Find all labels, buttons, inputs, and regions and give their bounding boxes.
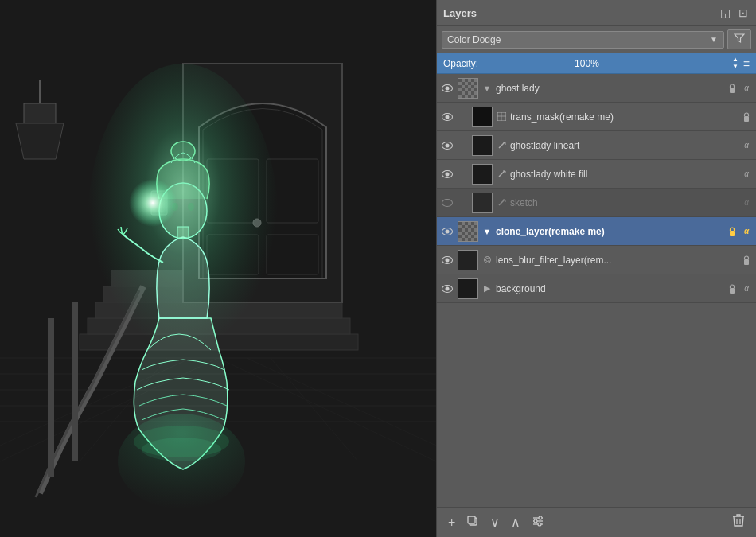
- svg-point-39: [142, 438, 221, 461]
- layer-lock-icon: [741, 255, 752, 266]
- group-expand-icon[interactable]: ▼: [481, 84, 493, 93]
- layer-type-icon: [496, 198, 507, 207]
- svg-marker-26: [16, 123, 64, 159]
- layer-thumbnail: [458, 250, 478, 270]
- layer-name: ghostlady white fill: [510, 169, 738, 180]
- layer-lock-icon: [727, 226, 738, 237]
- layer-properties-button[interactable]: [527, 512, 549, 534]
- layer-thumbnail: [472, 193, 493, 213]
- layer-visibility-toggle[interactable]: [440, 167, 454, 181]
- move-layer-down-button[interactable]: ∨: [485, 512, 505, 533]
- layer-lock-icon: [727, 283, 738, 294]
- layer-thumbnail: [472, 107, 493, 127]
- layer-alpha-icon: α: [740, 283, 753, 294]
- opacity-spinners: ▲ ▼: [732, 56, 738, 70]
- svg-point-53: [539, 516, 542, 519]
- layer-name: background: [496, 283, 724, 294]
- svg-rect-41: [497, 112, 506, 121]
- layer-name: trans_mask(remake me): [510, 111, 738, 123]
- svg-rect-43: [730, 231, 735, 236]
- layer-row[interactable]: ▶ background α: [437, 274, 756, 303]
- panel-collapse-button[interactable]: ◱: [719, 5, 732, 21]
- panel-title: Layers: [443, 7, 477, 19]
- layer-row[interactable]: sketch α: [437, 189, 756, 217]
- layers-list: ▼ ghost lady α trans_mask(remake me): [437, 74, 756, 507]
- layer-alpha-icon: α: [740, 169, 753, 180]
- layer-alpha-icon: α: [740, 197, 753, 208]
- layer-type-icon: [496, 169, 507, 178]
- svg-point-44: [484, 257, 490, 263]
- layer-alpha-icon: α: [740, 226, 753, 237]
- add-layer-button[interactable]: +: [443, 512, 460, 533]
- svg-rect-42: [744, 116, 749, 122]
- bottom-left-buttons: + ∨ ∧: [443, 512, 549, 534]
- panel-header: Layers ◱ ⊡: [437, 0, 756, 26]
- layers-panel: Layers ◱ ⊡ Color Dodge Normal Multiply S…: [436, 0, 756, 537]
- svg-point-45: [485, 259, 489, 262]
- layer-thumbnail: [472, 164, 493, 185]
- blend-mode-row: Color Dodge Normal Multiply Screen Overl…: [437, 26, 756, 53]
- layer-type-icon: [496, 141, 507, 150]
- duplicate-layer-button[interactable]: [462, 512, 484, 534]
- layer-row[interactable]: lens_blur_filter_layer(rem...: [437, 246, 756, 274]
- layer-visibility-toggle[interactable]: [440, 196, 454, 210]
- opacity-row: Opacity: 100% ▲ ▼ ≡: [437, 53, 756, 74]
- panel-icons: ◱ ⊡: [719, 5, 750, 21]
- layer-row[interactable]: ghostlady white fill α: [437, 160, 756, 189]
- svg-rect-18: [72, 302, 78, 461]
- layer-name: sketch: [510, 197, 738, 208]
- layer-name: ghostlady lineart: [510, 140, 738, 151]
- svg-rect-46: [744, 259, 749, 265]
- svg-rect-49: [468, 516, 475, 523]
- layer-name: ghost lady: [496, 83, 724, 94]
- layer-alpha-icon: α: [740, 83, 753, 94]
- layer-thumbnail: [458, 78, 478, 99]
- opacity-decrease-button[interactable]: ▼: [732, 64, 738, 70]
- layer-type-icon: [496, 112, 507, 121]
- svg-point-55: [538, 523, 541, 526]
- svg-point-36: [129, 179, 177, 227]
- opacity-value: 100%: [575, 58, 599, 69]
- layer-visibility-toggle[interactable]: [440, 224, 454, 239]
- layer-row[interactable]: trans_mask(remake me): [437, 103, 756, 131]
- layer-thumbnail: [472, 135, 493, 156]
- panel-expand-button[interactable]: ⊡: [737, 5, 750, 21]
- layer-visibility-toggle[interactable]: [440, 138, 454, 153]
- layer-row[interactable]: ghostlady lineart α: [437, 131, 756, 160]
- group-expand-icon[interactable]: ▼: [481, 227, 493, 236]
- opacity-label: Opacity:: [443, 58, 570, 69]
- layer-visibility-toggle[interactable]: [440, 110, 454, 124]
- delete-layer-button[interactable]: [727, 510, 750, 535]
- layer-lock-icon: [727, 83, 738, 94]
- layer-lock-icon: [741, 111, 752, 123]
- svg-rect-25: [24, 103, 56, 123]
- layer-thumbnail: [458, 221, 478, 242]
- bottom-toolbar: + ∨ ∧: [437, 507, 756, 537]
- svg-point-33: [171, 142, 195, 161]
- layer-alpha-icon: α: [740, 140, 753, 151]
- layer-row[interactable]: ▼ clone_layer(remake me) α: [437, 217, 756, 246]
- group-expand-icon[interactable]: ▶: [481, 283, 493, 294]
- layer-thumbnail: [458, 278, 478, 299]
- svg-point-35: [188, 203, 194, 211]
- opacity-increase-button[interactable]: ▲: [732, 56, 738, 63]
- layer-row[interactable]: ▼ ghost lady α: [437, 74, 756, 103]
- move-layer-up-button[interactable]: ∧: [506, 512, 525, 533]
- layer-name: clone_layer(remake me): [496, 226, 724, 237]
- svg-rect-40: [730, 88, 735, 93]
- blend-mode-select[interactable]: Color Dodge Normal Multiply Screen Overl…: [442, 31, 724, 49]
- layer-name: lens_blur_filter_layer(rem...: [496, 255, 738, 266]
- svg-point-54: [534, 519, 537, 523]
- svg-rect-17: [48, 318, 54, 477]
- layer-visibility-toggle[interactable]: [440, 282, 454, 296]
- layer-filter-button[interactable]: [727, 29, 751, 49]
- layer-type-icon: [481, 255, 493, 264]
- svg-rect-47: [730, 288, 735, 294]
- canvas-area: [0, 0, 436, 537]
- layer-visibility-toggle[interactable]: [440, 253, 454, 267]
- opacity-menu-button[interactable]: ≡: [743, 57, 750, 70]
- layer-visibility-toggle[interactable]: [440, 81, 454, 95]
